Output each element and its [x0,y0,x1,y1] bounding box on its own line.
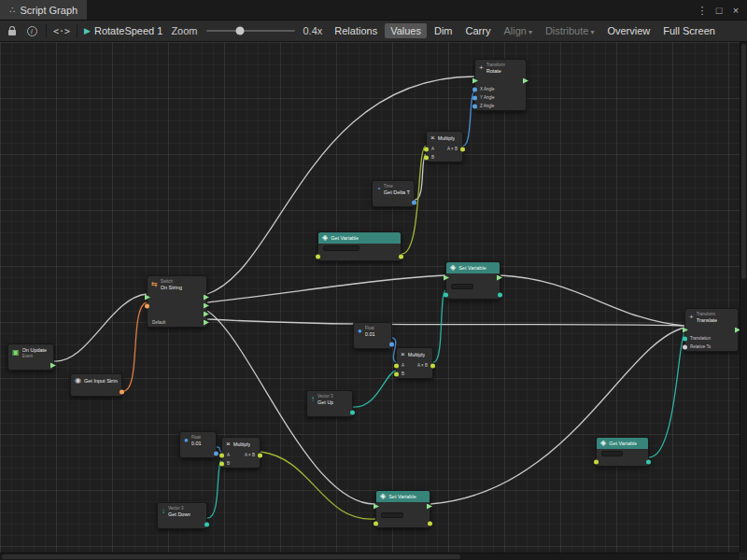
toolbar-button-align[interactable]: Align▾ [498,23,537,38]
vector-port[interactable] [498,292,502,297]
float-port[interactable] [472,95,477,100]
flow-port[interactable] [145,295,150,301]
flow-port[interactable] [204,312,209,317]
node-on-update[interactable]: ▣On UpdateEvent [7,343,54,371]
flow-port[interactable] [204,303,209,309]
string-port[interactable] [145,303,149,308]
flow-port[interactable] [497,275,502,281]
node-row [376,519,430,527]
node-titles: Vector 3Get Down [168,506,190,517]
value-port[interactable] [258,453,262,457]
float-icon: ● [358,328,362,335]
flow-port[interactable] [523,78,529,84]
node-translate[interactable]: +TransformTranslateTranslationRelative T… [684,308,739,352]
flow-port[interactable] [444,275,449,281]
node-switch-on-string[interactable]: ⇆SwitchOn StringDefault [147,275,207,328]
value-port[interactable] [428,521,432,525]
maximize-icon[interactable]: □ [711,0,727,21]
toolbar-button-distribute[interactable]: Distribute▾ [540,23,599,38]
node-titles: Set Variable [458,265,486,272]
vector-port[interactable] [350,410,355,414]
value-port[interactable] [460,147,465,151]
window-controls: ⋮□× [694,0,747,20]
vertical-scrollbar-thumb[interactable] [741,44,746,279]
graph-canvas[interactable]: +TransformRotateX AngleY AngleZ Angle×Mu… [0,42,747,560]
toolbar-button-values[interactable]: Values [385,23,427,38]
toolbar-button-carry[interactable]: Carry [460,23,497,38]
node-vector3-get-up[interactable]: ↑Vector 3Get Up [306,390,353,417]
node-header: ×Multiply [397,348,432,361]
value-port[interactable] [430,363,435,368]
flow-port[interactable] [472,78,478,84]
flow-port[interactable] [683,328,688,333]
node-multiply-2[interactable]: ×MultiplyAA × BB [396,347,433,379]
value-port[interactable] [219,453,224,457]
node-multiply-3[interactable]: ×MultiplyAA × BB [221,437,261,469]
vector-port[interactable] [646,459,651,464]
variable-name-field[interactable] [451,284,473,289]
zoom-slider-handle[interactable] [235,27,244,35]
script-graph-window: ∴ Script Graph ⋮□× i <·> ▶ RotateSpeed 1… [0,0,747,560]
node-set-variable-2[interactable]: ◈Set Variable [375,490,430,528]
tab-script-graph[interactable]: ∴ Script Graph [0,0,87,20]
string-port[interactable] [120,389,124,394]
variable-name-field[interactable] [381,512,403,518]
float-port[interactable] [472,87,477,91]
node-row [376,511,430,519]
flow-port[interactable] [204,295,209,301]
flow-port[interactable] [374,504,379,510]
value-port[interactable] [316,254,320,259]
value-port[interactable] [594,459,599,464]
float-port[interactable] [389,342,394,346]
node-titles: Set Variable [388,494,416,500]
horizontal-scrollbar-thumb[interactable] [2,554,460,559]
node-get-delta-time[interactable]: ◔TimeGet Delta Time [372,180,415,207]
flow-port[interactable] [427,504,432,510]
toolbar-button-dim[interactable]: Dim [429,23,458,38]
toolbar-button-full-screen[interactable]: Full Screen [657,23,721,38]
flow-port[interactable] [204,320,209,326]
value-port[interactable] [394,371,399,376]
misc-port[interactable] [683,344,687,349]
close-icon[interactable]: × [727,0,744,21]
float-port[interactable] [472,104,477,108]
code-view-button[interactable]: <·> [53,22,70,39]
vector-port[interactable] [204,522,209,526]
info-button[interactable]: i [24,22,39,39]
variable-name-field[interactable] [601,451,623,456]
value-port[interactable] [394,363,399,368]
float-port[interactable] [214,451,218,455]
menu-icon[interactable]: ⋮ [694,0,711,21]
float-port[interactable] [412,200,416,204]
node-get-variable-2[interactable]: ◈Get Variable [596,437,649,467]
variable-name-field[interactable] [323,245,359,251]
node-set-variable-1[interactable]: ◈Set Variable [445,261,500,300]
node-float-2[interactable]: ●Float0.01 [179,431,217,458]
zoom-slider[interactable] [206,30,295,32]
value-port[interactable] [374,521,378,525]
flow-port[interactable] [50,363,56,369]
value-port[interactable] [424,155,429,160]
graph-breadcrumb[interactable]: ▶ RotateSpeed 1 [84,25,162,36]
lock-button[interactable] [5,22,20,39]
node-float-1[interactable]: ●Float0.01 [353,322,392,349]
node-vector3-get-down[interactable]: ↓Vector 3Get Down [157,502,207,529]
toolbar-button-overview[interactable]: Overview [601,23,655,38]
node-get-input-string[interactable]: ◉Get Input String [70,373,122,397]
node-get-variable-1[interactable]: ◈Get Variable [317,231,402,261]
value-port[interactable] [424,147,429,151]
node-title: Set Variable [388,494,416,500]
vector-port[interactable] [444,292,448,297]
node-rotate[interactable]: +TransformRotateX AngleY AngleZ Angle [474,59,527,111]
vertical-scrollbar[interactable] [740,42,747,553]
node-multiply-1[interactable]: ×MultiplyAA × BB [426,131,463,162]
node-row [318,244,401,252]
gamepad-icon: ◉ [75,377,81,385]
multiply-icon: × [401,351,405,358]
value-port[interactable] [399,254,403,259]
chevron-down-icon: ▾ [529,28,532,36]
value-port[interactable] [219,461,224,466]
horizontal-scrollbar[interactable] [0,553,740,560]
toolbar-button-relations[interactable]: Relations [329,23,383,38]
vector-port[interactable] [683,336,687,341]
